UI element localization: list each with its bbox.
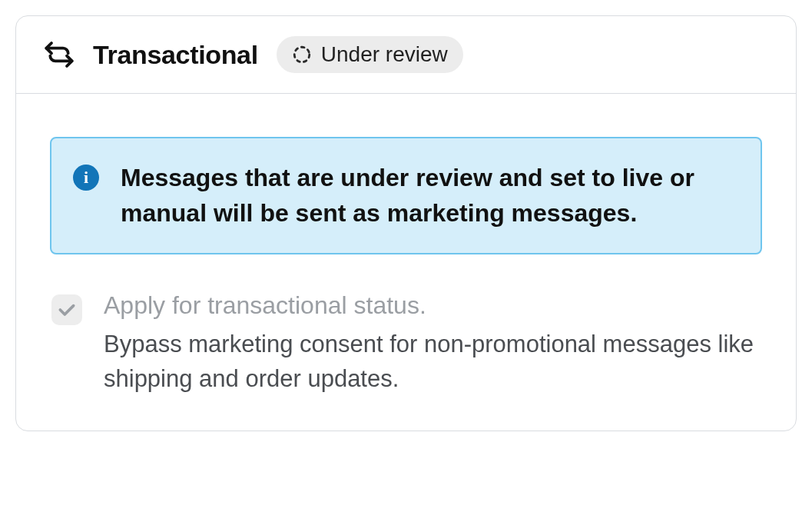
- card-body: i Messages that are under review and set…: [16, 94, 796, 431]
- apply-transactional-label: Apply for transactional status.: [104, 291, 762, 320]
- transactional-card: Transactional Under review i Messages th…: [15, 15, 797, 431]
- apply-transactional-option: Apply for transactional status. Bypass m…: [50, 291, 762, 397]
- apply-transactional-helper: Bypass marketing consent for non-promoti…: [104, 327, 762, 397]
- svg-point-0: [294, 47, 310, 62]
- info-banner-message: Messages that are under review and set t…: [121, 160, 730, 231]
- card-header: Transactional Under review: [16, 16, 796, 94]
- status-badge-label: Under review: [321, 42, 448, 67]
- status-badge: Under review: [277, 36, 463, 73]
- check-icon: [57, 300, 77, 320]
- info-icon: i: [73, 165, 99, 191]
- apply-transactional-checkbox: [51, 294, 82, 325]
- transactional-icon: [44, 39, 75, 70]
- card-title: Transactional: [93, 40, 258, 70]
- dashed-circle-icon: [292, 45, 312, 65]
- checkbox-text: Apply for transactional status. Bypass m…: [104, 291, 762, 397]
- info-banner: i Messages that are under review and set…: [50, 137, 762, 254]
